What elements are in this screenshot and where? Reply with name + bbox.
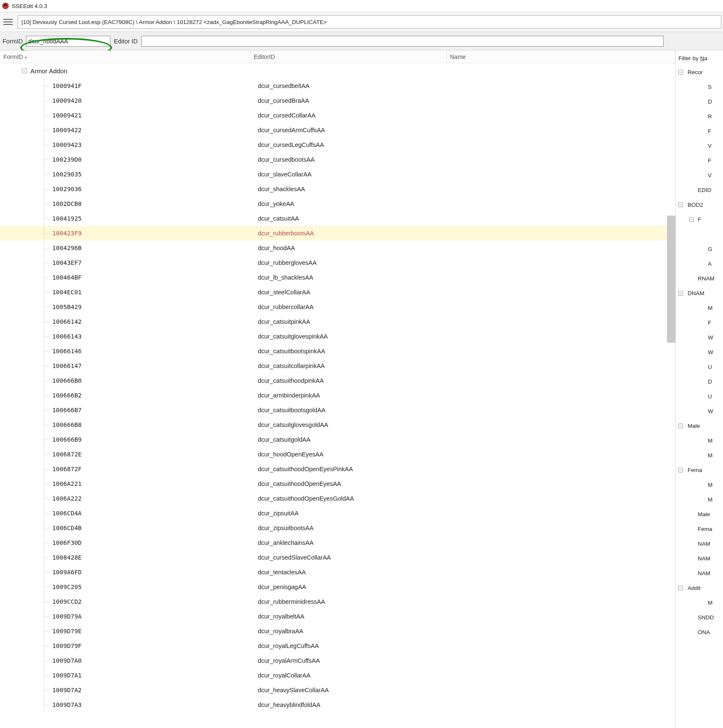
detail-node[interactable]: EDID xyxy=(678,183,723,197)
detail-node[interactable]: R xyxy=(678,109,723,124)
record-row[interactable]: 1009D7A2dcur_heavySlaveCollarAA xyxy=(0,683,675,697)
record-row[interactable]: 1006A222dcur_catsuithoodOpenEyesGoldAA xyxy=(0,491,675,506)
record-row[interactable]: 100666B7dcur_catsuitbootsgoldAA xyxy=(0,403,675,417)
detail-node[interactable]: −F xyxy=(678,212,723,227)
detail-node[interactable]: M xyxy=(678,301,723,315)
breadcrumb-path[interactable]: [10] Deviously Cursed Loot.esp (EAC7908C… xyxy=(18,15,721,29)
collapse-icon[interactable]: − xyxy=(678,468,683,472)
group-row[interactable]: − Armor Addon xyxy=(0,63,675,78)
record-row[interactable]: 10009423dcur_cursedLegCuffsAA xyxy=(0,137,675,152)
detail-node[interactable]: F xyxy=(678,124,723,139)
detail-node[interactable]: M xyxy=(678,492,723,507)
col-name[interactable]: Name xyxy=(447,51,675,63)
detail-node[interactable]: SNDD xyxy=(678,610,723,625)
record-row[interactable]: 1006872Edcur_hoodOpenEyesAA xyxy=(0,447,675,461)
record-row[interactable]: 10029035dcur_slaveCollarAA xyxy=(0,167,675,181)
record-row[interactable]: 1002DCB8dcur_yokeAA xyxy=(0,196,675,211)
record-row[interactable]: 1009C205dcur_penisgagAA xyxy=(0,579,675,594)
detail-node[interactable]: M xyxy=(678,595,723,610)
detail-node[interactable] xyxy=(678,227,723,242)
record-row[interactable]: 10029036dcur_shacklesAA xyxy=(0,181,675,196)
record-row[interactable]: 10043EF7dcur_rubberglovesAA xyxy=(0,255,675,270)
record-row[interactable]: 1009A6FDdcur_tentaclesAA xyxy=(0,565,675,579)
detail-node[interactable]: −Addit xyxy=(678,581,723,595)
col-editorid[interactable]: EditorID xyxy=(250,51,447,63)
detail-node[interactable]: NAM xyxy=(678,536,723,551)
detail-node[interactable]: F xyxy=(678,315,723,330)
record-row[interactable]: 1009D7A1dcur_royalCollarAA xyxy=(0,668,675,683)
scrollbar-thumb[interactable] xyxy=(667,216,675,343)
record-row[interactable]: 1006A221dcur_catsuithoodOpenEyesAA xyxy=(0,476,675,491)
record-row[interactable]: 10009420dcur_cursedBraAA xyxy=(0,93,675,108)
detail-node[interactable]: W xyxy=(678,330,723,345)
detail-node[interactable]: U xyxy=(678,389,723,404)
record-row[interactable]: 100666B0dcur_catsuithoodpinkAA xyxy=(0,373,675,388)
record-row[interactable]: 1006CD4Adcur_zipsuitAA xyxy=(0,506,675,520)
record-tree[interactable]: − Armor Addon 1000941Fdcur_cursedbeltAA1… xyxy=(0,63,675,728)
detail-node[interactable]: S xyxy=(678,80,723,94)
record-row[interactable]: 100666B2dcur_armbinderpinkAA xyxy=(0,388,675,403)
detail-node[interactable]: F xyxy=(678,153,723,168)
record-row[interactable]: 1006872Fdcur_catsuithoodOpenEyesPinkAA xyxy=(0,461,675,476)
col-formid[interactable]: FormID xyxy=(0,51,250,63)
detail-node[interactable]: RNAM xyxy=(678,271,723,286)
collapse-icon[interactable]: − xyxy=(689,217,694,222)
collapse-icon[interactable]: − xyxy=(22,68,27,73)
detail-node[interactable]: A xyxy=(678,256,723,271)
record-row[interactable]: 1004296Bdcur_hoodAA xyxy=(0,240,675,255)
menu-button[interactable] xyxy=(2,16,14,28)
detail-node[interactable]: NAM xyxy=(678,551,723,566)
detail-node[interactable]: ONA xyxy=(678,625,723,640)
record-row[interactable]: 1000941Fdcur_cursedbeltAA xyxy=(0,78,675,93)
collapse-icon[interactable]: − xyxy=(678,203,683,207)
detail-node[interactable]: −Recor xyxy=(678,65,723,80)
record-row[interactable]: 100666B8dcur_catsuitglovesgoldAA xyxy=(0,417,675,432)
record-row[interactable]: 1009CCD2dcur_rubberminidressAA xyxy=(0,594,675,609)
record-row[interactable]: 10009422dcur_cursedArmCuffsAA xyxy=(0,123,675,137)
detail-node[interactable]: −Fema xyxy=(678,463,723,477)
detail-node[interactable]: M xyxy=(678,477,723,492)
detail-node[interactable]: M xyxy=(678,433,723,448)
formid-input[interactable] xyxy=(26,36,110,47)
record-row[interactable]: 1006F30Ddcur_anklechainsAA xyxy=(0,535,675,550)
detail-node[interactable]: −BOD2 xyxy=(678,197,723,212)
record-row[interactable]: 10066147dcur_catsuitcollarpinkAA xyxy=(0,358,675,373)
detail-node[interactable]: W xyxy=(678,404,723,419)
record-row[interactable]: 100666B9dcur_catsuitgoldAA xyxy=(0,432,675,447)
detail-node[interactable]: G xyxy=(678,242,723,256)
record-row[interactable]: 1005B429dcur_rubbercollarAA xyxy=(0,299,675,314)
detail-node[interactable]: Male xyxy=(678,507,723,522)
record-row[interactable]: 1009D79Fdcur_royalLegCuffsAA xyxy=(0,638,675,653)
detail-node[interactable]: M xyxy=(678,448,723,463)
record-row[interactable]: 10066146dcur_catsuitbootspinkAA xyxy=(0,344,675,358)
record-row[interactable]: 1009D79Adcur_royalbeltAA xyxy=(0,609,675,624)
detail-node[interactable]: V xyxy=(678,168,723,183)
record-row[interactable]: 1008428Edcur_cursedSlaveCollarAA xyxy=(0,550,675,565)
record-row[interactable]: 1009D7A0dcur_royalArmCuffsAA xyxy=(0,653,675,668)
detail-node[interactable]: D xyxy=(678,374,723,389)
record-row[interactable]: 100239D0dcur_cursedbootsAA xyxy=(0,152,675,167)
detail-node[interactable]: −Male xyxy=(678,419,723,433)
editorid-input[interactable] xyxy=(141,36,664,47)
detail-node[interactable]: D xyxy=(678,94,723,109)
record-row[interactable]: 1006CD4Bdcur_zipsuitbootsAA xyxy=(0,520,675,535)
record-row[interactable]: 1009D7A3dcur_heavyblindfoldAA xyxy=(0,697,675,712)
record-row[interactable]: 10066142dcur_catsuitpinkAA xyxy=(0,314,675,329)
record-row[interactable]: 10041925dcur_catsuitAA xyxy=(0,211,675,226)
detail-node[interactable]: Fema xyxy=(678,522,723,536)
record-row[interactable]: 1009D79Edcur_royalbraAA xyxy=(0,624,675,638)
detail-node[interactable]: U xyxy=(678,360,723,374)
detail-node[interactable]: NAM xyxy=(678,566,723,581)
record-row[interactable]: 1004EC01dcur_steelCollarAA xyxy=(0,285,675,299)
collapse-icon[interactable]: − xyxy=(678,586,683,590)
record-row[interactable]: 10066143dcur_catsuitglovespinkAA xyxy=(0,329,675,344)
record-row[interactable]: 10009421dcur_cursedCollarAA xyxy=(0,108,675,123)
collapse-icon[interactable]: − xyxy=(678,424,683,428)
collapse-icon[interactable]: − xyxy=(678,291,683,296)
collapse-icon[interactable]: − xyxy=(678,70,683,75)
record-row[interactable]: 100464BFdcur_lb_shacklesAA xyxy=(0,270,675,285)
detail-node[interactable]: W xyxy=(678,345,723,360)
detail-node[interactable]: −DNAM xyxy=(678,286,723,301)
record-row[interactable]: 100423F9dcur_rubberbootsAA xyxy=(0,226,675,240)
detail-node[interactable]: V xyxy=(678,139,723,153)
